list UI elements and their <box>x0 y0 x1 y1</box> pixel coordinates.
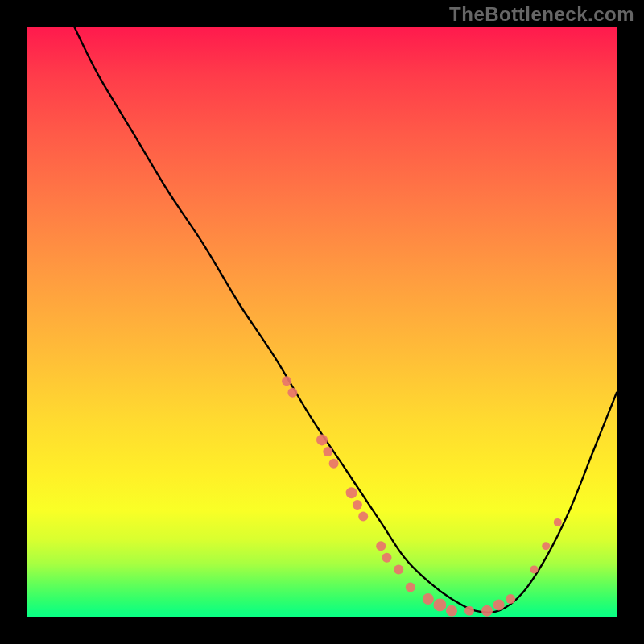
plot-area <box>27 27 617 617</box>
curve-marker <box>376 541 386 551</box>
curve-marker <box>353 500 362 510</box>
curve-marker <box>423 593 434 605</box>
curve-marker <box>446 605 457 617</box>
plot-inner <box>27 27 617 617</box>
curve-markers <box>282 376 562 617</box>
curve-layer <box>27 27 617 617</box>
curve-marker <box>530 565 539 573</box>
curve-marker <box>394 564 403 574</box>
curve-marker <box>406 582 415 592</box>
curve-marker <box>554 518 562 526</box>
curve-marker <box>464 606 474 616</box>
chart-frame: TheBottleneck.com <box>0 0 644 644</box>
curve-marker <box>433 598 446 611</box>
curve-marker <box>346 487 357 498</box>
curve-marker <box>493 599 505 610</box>
curve-marker <box>382 553 392 563</box>
bottleneck-curve <box>75 27 617 613</box>
curve-marker <box>542 542 550 550</box>
curve-marker <box>329 459 339 469</box>
curve-marker <box>316 434 328 445</box>
curve-marker <box>506 594 515 604</box>
curve-marker <box>282 376 291 386</box>
curve-marker <box>481 605 493 617</box>
watermark-text: TheBottleneck.com <box>449 3 634 26</box>
curve-marker <box>358 512 368 522</box>
curve-marker <box>323 447 332 456</box>
curve-marker <box>287 388 297 398</box>
